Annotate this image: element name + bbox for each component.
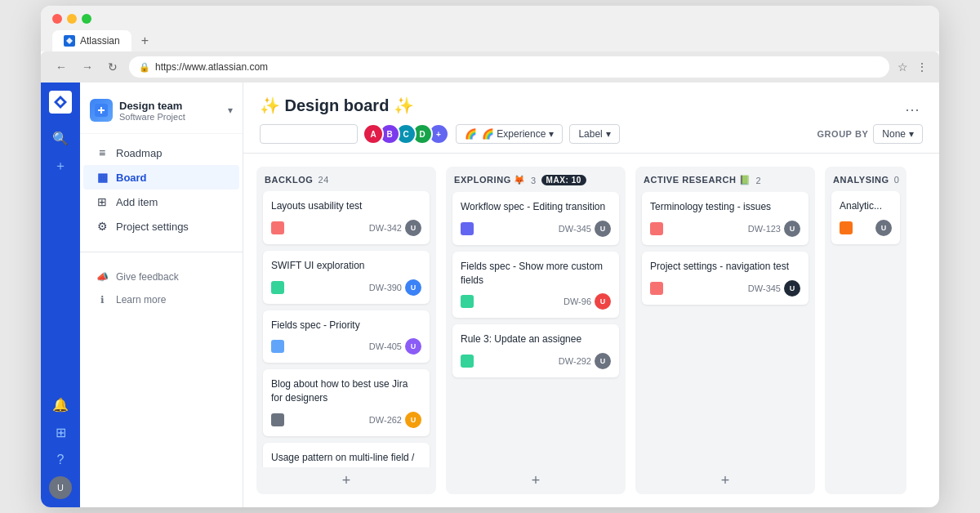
project-chevron-icon[interactable]: ▾ xyxy=(228,105,233,116)
card-label-color xyxy=(461,295,474,308)
card-label-color xyxy=(271,221,284,234)
column-cards-backlog: Layouts usability test DW-342 U SWIFT UI… xyxy=(256,191,436,467)
browser-window: Atlassian + ← → ↻ 🔒 https://www.atlassia… xyxy=(41,6,939,507)
card-id: DW-390 xyxy=(369,283,402,292)
card-footer: DW-262 U xyxy=(271,412,421,428)
settings-icon: ⚙ xyxy=(95,220,109,233)
minimize-dot[interactable] xyxy=(67,14,77,24)
tab-favicon xyxy=(64,35,75,47)
card-meta: DW-342 U xyxy=(369,220,421,236)
card-title: Terminology testing - issues xyxy=(650,200,800,214)
card-avatar: U xyxy=(595,293,611,310)
card[interactable]: Usage pattern on multi-line field / long… xyxy=(263,443,430,467)
refresh-button[interactable]: ↻ xyxy=(105,59,121,75)
card[interactable]: Rule 3: Update an assignee DW-292 U xyxy=(452,324,619,377)
add-card-button-exploring[interactable]: + xyxy=(446,467,626,494)
column-header-backlog: BACKLOG 24 xyxy=(256,167,436,191)
card[interactable]: Terminology testing - issues DW-123 U xyxy=(642,192,808,245)
card-avatar: U xyxy=(784,221,800,237)
card-id: DW-96 xyxy=(564,297,591,306)
column-cards-exploring: Workflow spec - Editing transition DW-34… xyxy=(446,192,626,467)
add-card-button-active-research[interactable]: + xyxy=(635,467,815,494)
card[interactable]: Analytic... U xyxy=(831,191,900,244)
card-footer: U xyxy=(840,220,892,236)
browser-menu-icon[interactable]: ⋮ xyxy=(916,60,928,74)
card-footer: DW-292 U xyxy=(461,353,611,369)
card[interactable]: Workflow spec - Editing transition DW-34… xyxy=(452,192,619,245)
nav-board-label: Board xyxy=(116,172,147,184)
card-label-color xyxy=(271,413,284,426)
card-meta: DW-345 U xyxy=(748,280,800,297)
sidebar-notifications-icon[interactable]: 🔔 xyxy=(49,393,72,416)
column-title-exploring: EXPLORING 🦊 xyxy=(454,175,526,185)
card-avatar: U xyxy=(784,280,800,297)
user-avatar-sidebar[interactable]: U xyxy=(49,476,72,499)
app-logo[interactable] xyxy=(49,91,72,114)
column-count-exploring: 3 xyxy=(531,176,537,185)
feedback-icon: 📣 xyxy=(95,271,109,283)
nav-board[interactable]: ▦ Board xyxy=(83,165,239,190)
bookmark-icon[interactable]: ☆ xyxy=(898,60,908,74)
info-icon: ℹ xyxy=(95,294,109,306)
card-footer: DW-345 U xyxy=(461,221,611,237)
card[interactable]: Fields spec - Priority DW-405 U xyxy=(263,310,430,364)
fullscreen-dot[interactable] xyxy=(82,14,91,24)
search-wrap: 🔍 xyxy=(260,124,358,144)
add-card-button-backlog[interactable]: + xyxy=(256,467,436,494)
card[interactable]: SWIFT UI exploration DW-390 U xyxy=(263,251,430,304)
card-avatar: U xyxy=(405,220,421,236)
column-cards-analysing: Analytic... U xyxy=(825,191,906,494)
nav-learn-more[interactable]: ℹ Learn more xyxy=(83,288,239,311)
column-title-active-research: ACTIVE RESEARCH 📗 xyxy=(644,175,751,185)
card-footer: DW-96 U xyxy=(461,293,611,310)
new-tab-button[interactable]: + xyxy=(135,30,155,51)
experience-filter-button[interactable]: 🌈 🌈 Experience ▾ xyxy=(456,124,563,144)
label-chevron-icon: ▾ xyxy=(606,128,611,140)
card-id: DW-345 xyxy=(559,224,591,234)
column-header-exploring: EXPLORING 🦊 3MAX: 10 xyxy=(446,167,626,192)
card-footer: DW-405 U xyxy=(271,338,421,355)
card-id: DW-292 xyxy=(559,356,591,366)
nav-project-settings[interactable]: ⚙ Project settings xyxy=(83,214,239,239)
card-title: Fields spec - Show more custom fields xyxy=(461,260,611,288)
project-icon xyxy=(90,99,113,122)
forward-button[interactable]: → xyxy=(78,59,96,75)
label-filter-button[interactable]: Label ▾ xyxy=(569,124,619,144)
browser-tab[interactable]: Atlassian xyxy=(52,30,131,51)
close-dot[interactable] xyxy=(52,14,62,24)
group-by-button[interactable]: None ▾ xyxy=(873,124,923,144)
column-title-analysing: ANALYSING xyxy=(833,175,889,185)
card[interactable]: Fields spec - Show more custom fields DW… xyxy=(452,252,619,319)
sidebar-main: 🔍 ＋ 🔔 ⊞ ? U xyxy=(41,83,80,507)
sidebar-help-icon[interactable]: ? xyxy=(49,448,72,471)
board-body: BACKLOG 24 Layouts usability test DW-342… xyxy=(243,154,939,507)
card[interactable]: Blog about how to best use Jira for desi… xyxy=(263,369,430,436)
card-meta: DW-405 U xyxy=(369,338,421,355)
nav-give-feedback[interactable]: 📣 Give feedback xyxy=(83,265,239,288)
card-footer: DW-390 U xyxy=(271,279,421,296)
card-title: SWIFT UI exploration xyxy=(271,259,421,273)
sidebar-add-icon[interactable]: ＋ xyxy=(49,154,72,177)
search-input[interactable] xyxy=(260,124,358,144)
card-id: DW-262 xyxy=(369,415,402,425)
card-avatar: U xyxy=(595,221,611,237)
project-name: Design team xyxy=(119,100,221,112)
roadmap-icon: ≡ xyxy=(95,146,109,159)
column-count-backlog: 24 xyxy=(318,175,328,185)
address-input[interactable]: 🔒 https://www.atlassian.com xyxy=(129,56,889,78)
nav-roadmap[interactable]: ≡ Roadmap xyxy=(83,141,239,165)
back-button[interactable]: ← xyxy=(52,59,70,75)
card-label-color xyxy=(650,222,663,235)
sidebar-apps-icon[interactable]: ⊞ xyxy=(49,421,72,444)
card[interactable]: Layouts usability test DW-342 U xyxy=(263,191,430,244)
sidebar-search-icon[interactable]: 🔍 xyxy=(49,127,72,149)
nav-add-item[interactable]: ⊞ Add item xyxy=(83,190,239,214)
card-id: DW-342 xyxy=(369,223,402,233)
card[interactable]: Project settings - navigation test DW-34… xyxy=(642,252,808,305)
column-header-analysing: ANALYSING 0 xyxy=(825,167,906,191)
project-header: Design team Software Project ▾ xyxy=(80,92,243,134)
card-title: Project settings - navigation test xyxy=(650,260,800,274)
experience-chevron-icon: ▾ xyxy=(549,128,554,140)
board-more-button[interactable]: ⋯ xyxy=(902,100,923,118)
card-label-color xyxy=(650,282,663,295)
